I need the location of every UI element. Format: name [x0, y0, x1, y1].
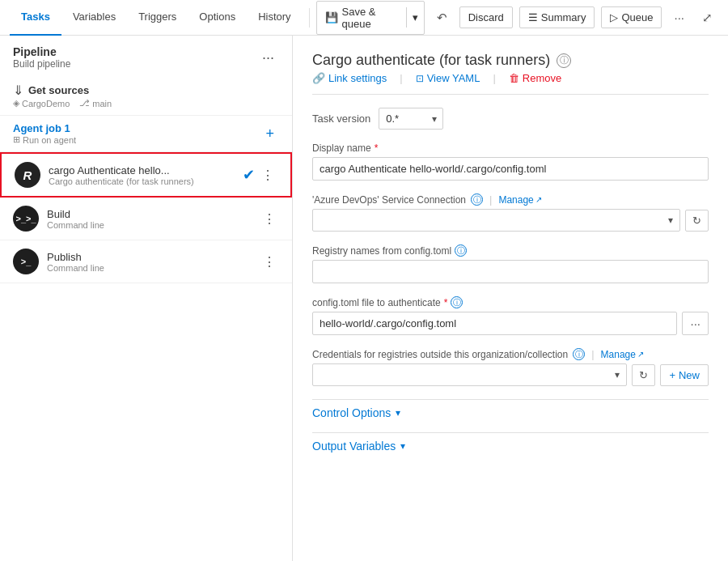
new-label: New: [679, 369, 700, 381]
view-yaml-link[interactable]: ⊡ View YAML: [416, 72, 480, 84]
config-file-input[interactable]: [312, 312, 677, 335]
cargo-task-icon: R: [15, 162, 40, 188]
save-icon: 💾: [325, 11, 338, 23]
queue-label: Queue: [621, 11, 653, 23]
nav-tabs: Tasks Variables Triggers Options History: [10, 0, 303, 36]
get-sources-section: ⇓ Get sources ◈ CargoDemo ⎇ main: [0, 76, 292, 116]
service-chevron-icon: ▾: [668, 215, 673, 226]
publish-task-actions: ⋮: [260, 253, 279, 271]
credentials-dropdown[interactable]: ▾: [312, 363, 627, 386]
branch-icon: ⎇: [79, 98, 90, 108]
get-sources-branch: ⎇ main: [79, 98, 112, 108]
panel-title-text: Cargo authenticate (for task runners): [312, 52, 550, 69]
agent-job-header: Agent job 1 ⊞ Run on agent +: [0, 116, 292, 152]
publish-task-more-button[interactable]: ⋮: [260, 253, 279, 271]
discard-button[interactable]: Discard: [459, 6, 513, 28]
nav-actions: 💾 Save & queue ▾ ↶ Discard ☰ Summary ▷ Q…: [316, 1, 718, 35]
pipeline-more-button[interactable]: ···: [257, 48, 279, 68]
config-file-label-row: config.toml file to authenticate * ⓘ: [312, 296, 709, 308]
task-item-publish[interactable]: >_ Publish Command line ⋮: [0, 240, 292, 283]
control-options-label: Control Options: [312, 406, 391, 419]
repo-icon: ◈: [13, 98, 19, 108]
output-variables-header[interactable]: Output Variables ▾: [312, 432, 709, 459]
get-sources-repo: ◈ CargoDemo: [13, 98, 70, 108]
registry-names-input[interactable]: [312, 260, 709, 283]
cmd-icon-build: >_: [15, 214, 36, 223]
build-task-info: Build Command line: [47, 208, 252, 230]
credentials-label: Credentials for registries outside this …: [312, 349, 568, 360]
cmd-icon-publish: >_: [21, 257, 32, 266]
chevron-down-icon: ▾: [413, 11, 418, 23]
save-queue-button-group[interactable]: 💾 Save & queue ▾: [316, 1, 425, 35]
agent-job-info: Agent job 1 ⊞ Run on agent: [13, 122, 76, 145]
service-info-icon: ⓘ: [471, 193, 483, 206]
get-sources-meta: ◈ CargoDemo ⎇ main: [13, 98, 279, 108]
publish-task-sub: Command line: [47, 263, 252, 273]
credentials-label-row: Credentials for registries outside this …: [312, 348, 709, 360]
display-name-required: *: [375, 142, 379, 154]
service-manage-link[interactable]: Manage ↗: [498, 194, 541, 206]
undo-button[interactable]: ↶: [431, 6, 453, 29]
get-sources-header: ⇓ Get sources: [13, 83, 279, 98]
creds-refresh-button[interactable]: ↻: [632, 364, 655, 386]
service-dropdown-row: ▾ ↻: [312, 209, 709, 232]
creds-chevron-icon: ▾: [615, 369, 620, 380]
save-queue-dropdown-arrow[interactable]: ▾: [406, 7, 424, 28]
output-variables-chevron-icon: ▾: [400, 440, 405, 452]
service-pipe: |: [489, 193, 492, 206]
build-task-more-button[interactable]: ⋮: [260, 210, 279, 228]
tab-tasks[interactable]: Tasks: [10, 0, 61, 36]
task-item-cargo-auth[interactable]: R cargo Authenticate hello... Cargo auth…: [0, 152, 292, 198]
pipeline-subtitle: Build pipeline: [13, 58, 70, 70]
config-file-more-button[interactable]: ···: [682, 312, 709, 335]
service-refresh-button[interactable]: ↻: [685, 210, 709, 232]
expand-button[interactable]: ⤢: [696, 6, 718, 29]
remove-label: Remove: [523, 72, 561, 84]
summary-button[interactable]: ☰ Summary: [519, 6, 595, 28]
credentials-dropdown-row: ▾ ↻ + New: [312, 363, 709, 386]
link-settings-link[interactable]: 🔗 Link settings: [312, 72, 387, 84]
task-version-select[interactable]: 0.* 1.*: [379, 108, 443, 130]
panel-title: Cargo authenticate (for task runners) ⓘ: [312, 52, 709, 69]
build-task-actions: ⋮: [260, 210, 279, 228]
config-file-info-icon: ⓘ: [451, 296, 463, 308]
get-sources-label: Get sources: [28, 84, 89, 96]
cargo-task-more-button[interactable]: ⋮: [258, 166, 277, 185]
play-icon: ▷: [610, 11, 618, 23]
save-queue-main[interactable]: 💾 Save & queue: [317, 2, 406, 34]
remove-link[interactable]: 🗑 Remove: [509, 72, 561, 84]
display-name-group: Display name *: [312, 142, 709, 181]
config-file-group: config.toml file to authenticate * ⓘ ···: [312, 296, 709, 335]
tab-options[interactable]: Options: [188, 0, 247, 36]
agent-job-label[interactable]: Agent job 1: [13, 122, 76, 134]
summary-label: Summary: [541, 11, 586, 23]
more-options-button[interactable]: ···: [668, 6, 690, 28]
publish-task-name: Publish: [47, 251, 252, 263]
creds-manage-link[interactable]: Manage ↗: [601, 349, 644, 360]
task-version-select-wrapper[interactable]: 0.* 1.*: [379, 108, 443, 130]
tab-history[interactable]: History: [247, 0, 302, 36]
service-dropdown[interactable]: ▾: [312, 209, 680, 232]
queue-button[interactable]: ▷ Queue: [601, 6, 662, 28]
list-icon: ☰: [528, 11, 538, 23]
cargo-task-actions: ✔ ⋮: [243, 166, 277, 185]
display-name-input[interactable]: [312, 157, 709, 181]
cargo-task-sub: Cargo authenticate (for task runners): [49, 176, 235, 186]
task-item-build[interactable]: >_ Build Command line ⋮: [0, 198, 292, 240]
cargo-task-name: cargo Authenticate hello...: [49, 164, 235, 176]
nav-divider: [309, 8, 310, 28]
link-sep-2: |: [493, 72, 495, 84]
pipeline-title: Pipeline: [13, 45, 70, 58]
new-credentials-button[interactable]: + New: [660, 364, 709, 386]
publish-task-icon: >_: [13, 249, 39, 274]
tab-triggers[interactable]: Triggers: [127, 0, 188, 36]
add-task-button[interactable]: +: [260, 124, 279, 144]
publish-task-info: Publish Command line: [47, 251, 252, 273]
task-check-icon: ✔: [243, 166, 255, 184]
display-name-label: Display name *: [312, 142, 709, 154]
registry-names-group: Registry names from config.toml ⓘ: [312, 244, 709, 283]
new-icon: +: [669, 369, 675, 381]
discard-label: Discard: [468, 11, 504, 23]
control-options-header[interactable]: Control Options ▾: [312, 399, 709, 426]
tab-variables[interactable]: Variables: [61, 0, 127, 36]
